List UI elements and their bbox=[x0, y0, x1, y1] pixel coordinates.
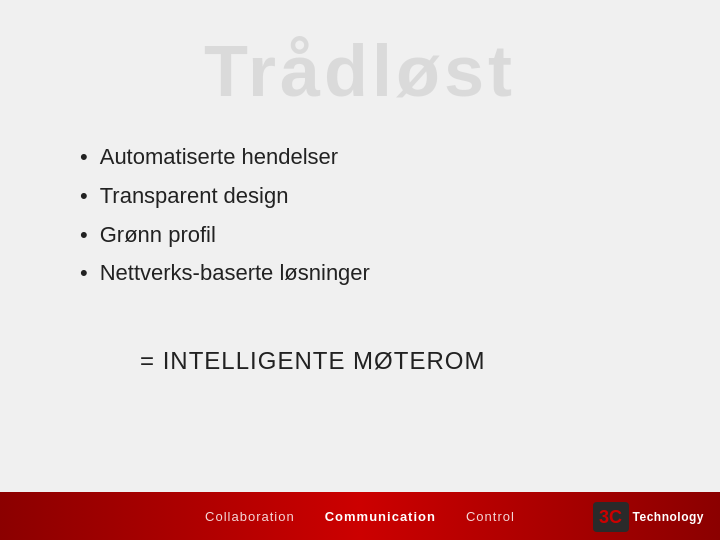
bullet-text: Nettverks-baserte løsninger bbox=[100, 258, 370, 289]
content-area: •Automatiserte hendelser•Transparent des… bbox=[0, 122, 545, 540]
bullet-dot: • bbox=[80, 181, 88, 212]
bullet-text: Grønn profil bbox=[100, 220, 216, 251]
logo-box: 3C bbox=[593, 502, 629, 532]
logo-symbol: 3C bbox=[599, 507, 622, 528]
slide: Trådløst •Automatiserte hendelser•Transp… bbox=[0, 0, 720, 540]
logo-area: 3C Technology bbox=[593, 502, 704, 532]
list-item: •Transparent design bbox=[80, 181, 485, 212]
conclusion: = INTELLIGENTE MØTEROM bbox=[80, 347, 485, 375]
footer-bar: CollaborationCommunicationControl 3C Tec… bbox=[0, 492, 720, 540]
list-item: •Grønn profil bbox=[80, 220, 485, 251]
bullet-text: Automatiserte hendelser bbox=[100, 142, 338, 173]
list-item: •Nettverks-baserte løsninger bbox=[80, 258, 485, 289]
bullet-text: Transparent design bbox=[100, 181, 289, 212]
bullet-dot: • bbox=[80, 220, 88, 251]
title-area: Trådløst bbox=[0, 0, 720, 122]
bullet-dot: • bbox=[80, 142, 88, 173]
bullet-list: •Automatiserte hendelser•Transparent des… bbox=[80, 142, 485, 297]
footer-label-control: Control bbox=[466, 509, 515, 524]
bullet-dot: • bbox=[80, 258, 88, 289]
footer-label-communication: Communication bbox=[325, 509, 436, 524]
slide-title: Trådløst bbox=[204, 31, 516, 111]
list-item: •Automatiserte hendelser bbox=[80, 142, 485, 173]
footer-label-collaboration: Collaboration bbox=[205, 509, 295, 524]
logo-text: Technology bbox=[633, 510, 704, 524]
